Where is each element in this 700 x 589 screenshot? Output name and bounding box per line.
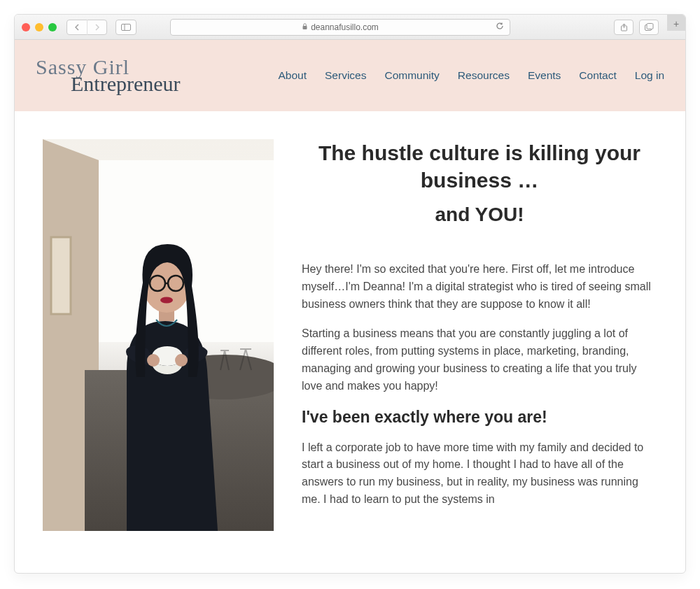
minimize-window-button[interactable] xyxy=(35,23,43,31)
svg-rect-9 xyxy=(51,237,71,314)
hero-photo xyxy=(43,139,274,531)
svg-rect-7 xyxy=(99,160,274,342)
intro-paragraph-1: Hey there! I'm so excited that you're he… xyxy=(302,261,657,313)
sidebar-toggle-group xyxy=(115,20,136,35)
nav-services[interactable]: Services xyxy=(325,69,366,82)
svg-point-13 xyxy=(147,354,160,367)
intro-paragraph-3: I left a corporate job to have more time… xyxy=(302,439,657,509)
nav-resources[interactable]: Resources xyxy=(458,69,510,82)
reload-button[interactable] xyxy=(496,22,504,32)
site-logo[interactable]: Sassy Girl Entrepreneur xyxy=(36,55,181,96)
headline-2: and YOU! xyxy=(302,204,657,226)
address-bar[interactable]: deannafusillo.com xyxy=(170,19,510,36)
svg-rect-0 xyxy=(122,24,131,30)
url-text: deannafusillo.com xyxy=(311,22,379,32)
svg-point-20 xyxy=(160,297,173,304)
tabs-button[interactable] xyxy=(639,20,659,35)
zoom-window-button[interactable] xyxy=(48,23,57,31)
subheading: I've been exactly where you are! xyxy=(302,408,657,427)
browser-toolbar: deannafusillo.com + xyxy=(15,15,685,40)
sidebar-toggle-button[interactable] xyxy=(116,20,136,35)
share-button[interactable] xyxy=(614,20,634,35)
main-nav: About Services Community Resources Event… xyxy=(279,69,664,82)
headline-1: The hustle culture is killing your busin… xyxy=(302,139,657,194)
nav-community[interactable]: Community xyxy=(384,69,439,82)
browser-window: deannafusillo.com + Sassy Girl Entrepren… xyxy=(14,14,686,574)
logo-line2: Entrepreneur xyxy=(71,72,181,96)
nav-login[interactable]: Log in xyxy=(635,69,664,82)
svg-rect-2 xyxy=(303,26,307,29)
site-header: Sassy Girl Entrepreneur About Services C… xyxy=(15,40,685,111)
forward-button[interactable] xyxy=(87,20,106,35)
nav-about[interactable]: About xyxy=(279,69,307,82)
intro-paragraph-2: Starting a business means that you are c… xyxy=(302,325,657,395)
window-controls xyxy=(22,23,57,31)
lock-icon xyxy=(302,23,308,31)
text-column: The hustle culture is killing your busin… xyxy=(302,139,657,573)
nav-events[interactable]: Events xyxy=(528,69,561,82)
new-tab-button[interactable]: + xyxy=(667,14,685,31)
svg-rect-5 xyxy=(647,24,653,29)
right-toolbar: + xyxy=(614,20,678,35)
page: Sassy Girl Entrepreneur About Services C… xyxy=(15,40,685,573)
nav-contact[interactable]: Contact xyxy=(579,69,616,82)
close-window-button[interactable] xyxy=(22,23,30,31)
nav-back-forward xyxy=(66,20,107,35)
svg-point-14 xyxy=(175,354,188,367)
page-content: The hustle culture is killing your busin… xyxy=(15,111,685,573)
back-button[interactable] xyxy=(67,20,87,35)
